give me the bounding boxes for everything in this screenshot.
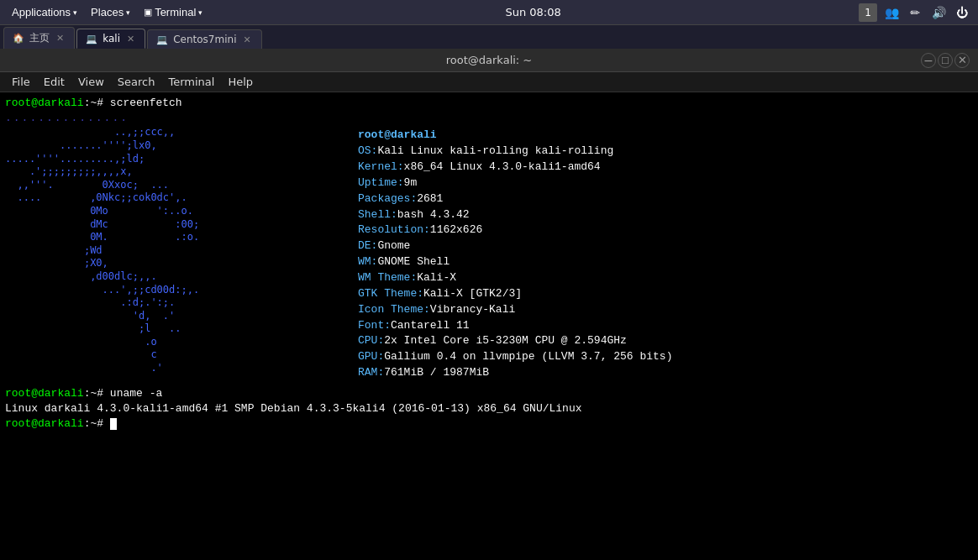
tab-centos[interactable]: 💻 Centos7mini ✕ bbox=[147, 29, 261, 49]
system-bar-right: 1 👥 ✏️ 🔊 ⏻ bbox=[859, 3, 971, 22]
cursor bbox=[110, 418, 117, 430]
uname-output: Linux darkali 4.3.0-kali1-amd64 #1 SMP D… bbox=[5, 401, 973, 416]
terminal-title: root@darkali: ~ bbox=[446, 54, 533, 66]
terminal-titlebar: root@darkali: ~ – □ ✕ bbox=[0, 49, 978, 72]
screenfetch-command-line: root@darkali:~# screenfetch bbox=[5, 96, 973, 111]
terminal-close-btn[interactable]: ✕ bbox=[954, 53, 970, 68]
terminal-window: root@darkali: ~ – □ ✕ File Edit View Sea… bbox=[0, 49, 978, 560]
menu-bar: File Edit View Search Terminal Help bbox=[0, 72, 978, 92]
terminal-content[interactable]: root@darkali:~# screenfetch ............… bbox=[0, 92, 978, 560]
tab-centos-label: Centos7mini bbox=[173, 34, 236, 45]
dots-line: ............... bbox=[5, 111, 973, 126]
settings-icon[interactable]: ✏️ bbox=[906, 3, 924, 22]
info-shell: Shell: bash 4.3.42 bbox=[358, 207, 672, 223]
screenfetch-output: ..,;;ccc,, .......'''';lx0, .....''''...… bbox=[5, 126, 973, 381]
info-cpu: CPU: 2x Intel Core i5-3230M CPU @ 2.594G… bbox=[358, 333, 672, 349]
info-resolution: Resolution: 1162x626 bbox=[358, 222, 672, 238]
ascii-art-col: ..,;;ccc,, .......'''';lx0, .....''''...… bbox=[5, 126, 341, 374]
audio-icon[interactable]: 🔊 bbox=[929, 3, 948, 22]
info-uptime: Uptime: 9m bbox=[358, 175, 672, 191]
menu-view[interactable]: View bbox=[71, 74, 111, 90]
workspace-indicator[interactable]: 1 bbox=[859, 3, 877, 22]
terminal-menu-icon: ▣ bbox=[144, 7, 152, 18]
places-dropdown-arrow: ▾ bbox=[126, 8, 130, 17]
places-label: Places bbox=[91, 6, 124, 18]
info-gtk-theme: GTK Theme: Kali-X [GTK2/3] bbox=[358, 286, 672, 302]
terminal-menu[interactable]: ▣ Terminal ▾ bbox=[139, 4, 208, 20]
menu-edit[interactable]: Edit bbox=[37, 74, 71, 90]
tab-bar: 🏠 主页 ✕ 💻 kali ✕ 💻 Centos7mini ✕ bbox=[0, 25, 978, 49]
menu-search[interactable]: Search bbox=[111, 74, 162, 90]
system-bar-clock: Sun 08:08 bbox=[505, 6, 560, 18]
info-wm: WM: GNOME Shell bbox=[358, 254, 672, 270]
info-de: DE: Gnome bbox=[358, 238, 672, 254]
system-bar-left: Applications ▾ Places ▾ ▣ Terminal ▾ bbox=[7, 4, 208, 20]
tab-kali-close[interactable]: ✕ bbox=[125, 34, 136, 44]
info-kernel: Kernel: x86_64 Linux 4.3.0-kali1-amd64 bbox=[358, 160, 672, 175]
tab-home-close[interactable]: ✕ bbox=[55, 33, 66, 44]
tab-kali[interactable]: 💻 kali ✕ bbox=[76, 29, 145, 49]
applications-menu[interactable]: Applications ▾ bbox=[7, 4, 82, 20]
menu-terminal[interactable]: Terminal bbox=[161, 74, 221, 90]
terminal-minimize-btn[interactable]: – bbox=[921, 53, 936, 68]
terminal-maximize-btn[interactable]: □ bbox=[938, 53, 953, 68]
menu-file[interactable]: File bbox=[5, 74, 37, 90]
info-os: OS: Kali Linux kali-rolling kali-rolling bbox=[358, 144, 672, 160]
tab-home[interactable]: 🏠 主页 ✕ bbox=[3, 27, 75, 49]
current-prompt-line: root@darkali:~# bbox=[5, 416, 973, 432]
places-menu[interactable]: Places ▾ bbox=[86, 4, 135, 20]
info-icon-theme: Icon Theme: Vibrancy-Kali bbox=[358, 302, 672, 318]
users-icon[interactable]: 👥 bbox=[882, 3, 901, 22]
info-hostname: root@darkali bbox=[358, 128, 672, 144]
info-gpu: GPU: Gallium 0.4 on llvmpipe (LLVM 3.7, … bbox=[358, 349, 672, 365]
info-wm-theme: WM Theme: Kali-X bbox=[358, 270, 672, 286]
info-ram: RAM: 761MiB / 1987MiB bbox=[358, 365, 672, 381]
info-packages: Packages: 2681 bbox=[358, 191, 672, 207]
tab-home-label: 主页 bbox=[29, 31, 50, 45]
terminal-menu-label: Terminal bbox=[155, 6, 196, 18]
tab-centos-close[interactable]: ✕ bbox=[241, 34, 252, 45]
tab-home-icon: 🏠 bbox=[13, 33, 24, 44]
tab-kali-icon: 💻 bbox=[86, 34, 97, 44]
menu-help[interactable]: Help bbox=[221, 74, 260, 90]
ascii-art: ..,;;ccc,, .......'''';lx0, .....''''...… bbox=[5, 126, 341, 374]
apps-dropdown-arrow: ▾ bbox=[73, 8, 77, 17]
system-bar: Applications ▾ Places ▾ ▣ Terminal ▾ Sun… bbox=[0, 0, 978, 25]
info-col: root@darkali OS: Kali Linux kali-rolling… bbox=[358, 126, 672, 381]
info-font: Font: Cantarell 11 bbox=[358, 318, 672, 334]
tab-centos-icon: 💻 bbox=[156, 34, 168, 45]
terminal-controls: – □ ✕ bbox=[921, 53, 970, 68]
power-icon[interactable]: ⏻ bbox=[953, 3, 971, 22]
applications-label: Applications bbox=[12, 6, 71, 18]
terminal-dropdown-arrow: ▾ bbox=[198, 8, 202, 17]
tab-kali-label: kali bbox=[103, 33, 120, 44]
uname-command-line: root@darkali:~# uname -a bbox=[5, 386, 973, 401]
